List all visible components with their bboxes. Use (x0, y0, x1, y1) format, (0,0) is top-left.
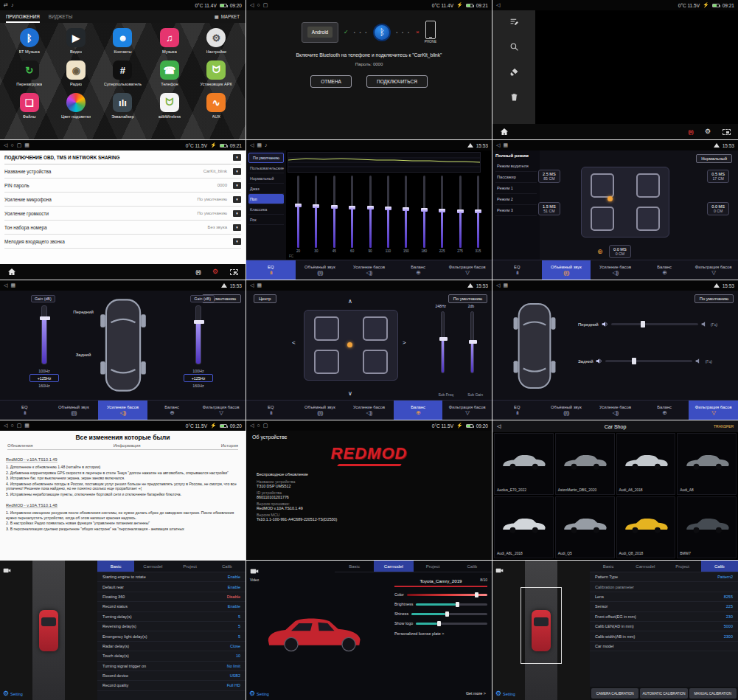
tab-carmodel[interactable]: Carmodel (134, 561, 171, 572)
home-button[interactable] (7, 268, 16, 276)
eq-band[interactable]: 60 (346, 176, 358, 253)
show-logo-control[interactable]: Show logo (394, 621, 487, 626)
gain-slider-rear[interactable] (195, 305, 201, 364)
tab-project[interactable]: Project (172, 561, 209, 572)
back-icon[interactable]: ◁ (4, 420, 7, 431)
back-icon[interactable]: ◁ (496, 0, 500, 10)
home-circle-icon[interactable]: ○ (10, 420, 13, 431)
ota-section-label[interactable]: Беспроводное обновление (257, 472, 492, 477)
freq-option-selected[interactable]: +125Hz (29, 374, 59, 382)
eq-band[interactable]: 150 (400, 176, 412, 253)
recents-icon[interactable]: ▢ (17, 420, 22, 431)
search-button[interactable] (509, 41, 519, 55)
app-video[interactable]: ▶Видео (52, 28, 99, 54)
chevron-down-icon[interactable]: ▼ (233, 210, 241, 217)
app-files[interactable]: ❏Файлы (6, 93, 52, 119)
tab-bass-filter[interactable]: Фильтрация басов▽ (442, 260, 492, 280)
mode-driver[interactable]: Режим водителя (495, 161, 537, 172)
freq-option[interactable]: 160Hz (184, 382, 213, 389)
app-aux[interactable]: ∿AUX (193, 93, 240, 119)
car-card[interactable]: AstonMartin_DBS_2020 (555, 433, 615, 495)
tab-bass-filter[interactable]: Фильтрация басов▽ (196, 401, 246, 420)
car-model-render[interactable] (262, 609, 377, 654)
setting-row-mic-gain[interactable]: Усиление микрофонаПо умолчанию▼ (4, 193, 241, 207)
tab-calib[interactable]: Calib (209, 561, 246, 572)
tab-bass-boost[interactable]: Усиление басов◁)) (591, 260, 640, 280)
setting-row[interactable]: Floating 360Disable (97, 592, 246, 602)
gain-slider-front[interactable] (41, 305, 47, 364)
video-source[interactable]: Video (250, 564, 259, 582)
tab-basic[interactable]: Basic (97, 561, 134, 572)
back-icon[interactable]: ◁ (496, 140, 500, 150)
apps-icon[interactable]: ▦ (257, 280, 262, 291)
chevron-down-icon[interactable]: ▼ (233, 224, 241, 231)
seat-rear-left[interactable] (591, 207, 614, 232)
pip-button[interactable] (723, 129, 731, 135)
app-apk-installer[interactable]: ᗢУстановщик APK (193, 60, 240, 86)
setting-row-dial-tone[interactable]: Тон набора номераБез звука▼ (4, 221, 241, 235)
back-icon[interactable]: ◁ (250, 140, 254, 150)
home-button[interactable] (500, 128, 509, 136)
tab-information[interactable]: Информация (114, 443, 141, 448)
back-icon[interactable]: ◁ (4, 140, 7, 150)
slider-thumb[interactable] (349, 206, 355, 209)
tab-bass-filter[interactable]: Фильтрация басов▽ (442, 401, 492, 420)
slider-thumb[interactable] (457, 209, 464, 213)
slider-thumb[interactable] (475, 592, 478, 597)
eq-band[interactable]: 20 (292, 176, 304, 253)
tab-balance[interactable]: Баланс⊕ (640, 401, 689, 420)
slider-thumb[interactable] (421, 208, 428, 212)
freq-option[interactable]: 100Hz (184, 367, 213, 374)
recents-icon[interactable]: ▢ (263, 0, 268, 10)
seat-front-right[interactable] (363, 316, 388, 342)
tab-surround[interactable]: Объёмный звук((ı)) (49, 401, 99, 420)
slider-thumb[interactable] (313, 204, 319, 208)
freq-option-selected[interactable]: +125Hz (184, 374, 213, 382)
slider-thumb[interactable] (641, 321, 645, 328)
apps-icon[interactable]: ▦ (503, 280, 508, 291)
color-control[interactable]: Color (394, 592, 487, 597)
pip-button[interactable] (230, 269, 238, 275)
home-circle-icon[interactable]: ○ (257, 420, 260, 431)
slider-thumb[interactable] (403, 207, 409, 211)
default-button[interactable]: По умолчанию (448, 294, 487, 303)
slider-thumb[interactable] (632, 358, 636, 364)
balance-position-dot[interactable] (347, 342, 352, 347)
setting-row-pin[interactable]: PIN пароль0000▼ (4, 179, 241, 193)
arrow-left-icon[interactable]: < (292, 339, 296, 346)
tab-eq[interactable]: EQılı (492, 260, 542, 280)
setting-row[interactable]: Record qualityFull HD (97, 681, 246, 690)
playlist-edit-button[interactable] (509, 16, 519, 30)
tab-balance[interactable]: Баланс⊕ (394, 401, 443, 420)
app-reboot[interactable]: ↻Перезагрузка (6, 60, 52, 86)
delay-rear-right[interactable]: 0.0 MS0 CM (707, 202, 729, 215)
car-card[interactable]: Audi_Q5 (555, 496, 615, 558)
setting-row[interactable]: Calib LEN(AD in mm)5000 (590, 622, 738, 631)
preset-normal[interactable]: Нормальный (248, 173, 284, 184)
tab-bass-filter[interactable]: Фильтрация басов▽ (689, 401, 738, 420)
tab-eq[interactable]: EQılı (0, 401, 49, 420)
chevron-down-icon[interactable]: ▼ (233, 182, 241, 189)
get-more-link[interactable]: Get more > (466, 691, 486, 696)
chevron-down-icon[interactable]: ▼ (233, 154, 241, 161)
home-circle-icon[interactable]: ○ (257, 0, 260, 10)
license-plate-link[interactable]: Personalized license plate > (394, 631, 487, 636)
setting-row[interactable]: Record deviceUSB2 (97, 671, 246, 681)
tab-basic[interactable]: Basic (590, 561, 627, 572)
app-backlight-color[interactable]: Цвет подсветки (52, 93, 99, 119)
camera-calibration-button[interactable]: CAMERA CALIBRATION (591, 688, 638, 699)
tab-balance[interactable]: Баланс⊕ (147, 401, 197, 420)
tab-bass-filter[interactable]: Фильтрация басов▽ (689, 260, 738, 280)
setting-row[interactable]: Calib width(AB in mm)2300 (590, 631, 738, 641)
app-music[interactable]: ♫Музыка (146, 28, 192, 54)
tab-balance[interactable]: Баланс⊕ (394, 260, 443, 280)
delay-front-right[interactable]: 0.5 MS17 CM (707, 170, 729, 183)
tab-surround[interactable]: Объёмный звук((ı)) (542, 260, 591, 280)
apps-icon[interactable]: ▦ (24, 420, 29, 431)
setting-button[interactable]: ⚙Setting (249, 690, 269, 697)
settings-button[interactable]: ⚙ (705, 128, 711, 135)
preset-default-button[interactable]: По умолчанию (248, 153, 284, 163)
setting-row-device-name[interactable]: Название устройстваCarKit_blink▼ (4, 164, 241, 179)
tab-bass-boost[interactable]: Усиление басов◁)) (344, 401, 394, 420)
back-icon[interactable]: ◁ (496, 280, 500, 291)
